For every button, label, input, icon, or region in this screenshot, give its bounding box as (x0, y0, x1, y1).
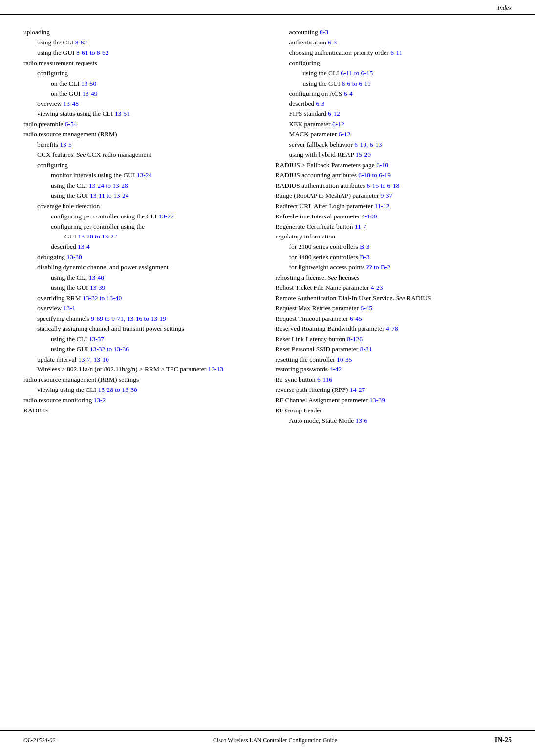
entry-link[interactable]: 13-39 (90, 284, 106, 291)
entry-link[interactable]: 6-45 (360, 304, 372, 312)
list-item: choosing authentication priority order 6… (289, 48, 512, 58)
entry-text: configuring (289, 59, 320, 66)
bottom-border (0, 730, 535, 731)
entry-link[interactable]: B-3 (360, 253, 369, 260)
entry-link[interactable]: 13-32 to 13-40 (83, 294, 122, 302)
entry-text: using the CLI (51, 335, 89, 343)
entry-link[interactable]: 4-42 (330, 366, 342, 373)
entry-link[interactable]: 13-5 (60, 141, 72, 148)
entry-link[interactable]: 6-3 (316, 100, 325, 107)
entry-link[interactable]: 13-37 (89, 335, 105, 343)
entry-link[interactable]: 10-35 (337, 356, 352, 363)
entry-link[interactable]: 13-27 (158, 213, 174, 220)
entry-link[interactable]: 6-4 (344, 90, 353, 97)
list-item: using the CLI 13-40 (51, 273, 260, 283)
entry-link[interactable]: 9-37 (381, 192, 393, 199)
list-item: using the GUI 6-6 to 6-11 (303, 79, 512, 89)
entry-link[interactable]: 13-39 (369, 396, 385, 404)
entry-link[interactable]: 6-15 to 6-18 (367, 182, 400, 189)
main-content: uploadingusing the CLI 8-62using the GUI… (0, 23, 535, 722)
entry-text: using the GUI (51, 346, 90, 353)
list-item: reverse path filtering (RPF) 14-27 (276, 385, 512, 395)
entry-link[interactable]: 13-40 (89, 274, 105, 281)
entry-link[interactable]: 11-7 (355, 223, 366, 230)
list-item: viewing using the CLI 13-28 to 13-30 (37, 385, 260, 395)
list-item: Request Timeout parameter 6-45 (276, 314, 512, 324)
entry-text: for 2100 series controllers (289, 243, 360, 250)
entry-link[interactable]: 6-11 (390, 49, 402, 56)
entry-link[interactable]: 13-32 to 13-36 (90, 346, 129, 353)
list-item: RF Channel Assignment parameter 13-39 (276, 395, 512, 406)
list-item: RADIUS (23, 406, 260, 416)
entry-link[interactable]: 4-78 (386, 325, 398, 332)
entry-text: on the GUI (51, 90, 82, 97)
entry-link[interactable]: 13-51 (115, 110, 130, 117)
entry-link[interactable]: 6-45 (350, 315, 362, 322)
entry-text: Wireless > 802.11a/n (or 802.11b/g/n) > … (37, 366, 208, 373)
entry-link[interactable]: 8-126 (347, 335, 363, 343)
entry-link[interactable]: 6-11 to 6-15 (341, 69, 373, 77)
entry-link[interactable]: 6-3 (320, 28, 328, 36)
entry-text: RF Group Leader (276, 407, 322, 414)
entry-link[interactable]: 8-62 (75, 39, 87, 46)
entry-link[interactable]: 13-30 (66, 253, 82, 260)
entry-link[interactable]: 6-116 (317, 376, 332, 383)
list-item: using the CLI 6-11 to 6-15 (303, 68, 512, 79)
list-item: viewing status using the CLI 13-51 (37, 109, 260, 119)
entry-link[interactable]: 6-12 (332, 120, 344, 128)
entry-text: Rehost Ticket File Name parameter (276, 284, 371, 291)
list-item: CCX features. See CCX radio management (37, 150, 260, 160)
entry-text: update interval (37, 356, 78, 363)
list-item: Remote Authentication Dial-In User Servi… (276, 293, 512, 303)
list-item: configuring (37, 160, 260, 171)
entry-text: CCX features. (37, 151, 77, 158)
entry-link[interactable]: 13-13 (208, 366, 224, 373)
list-item: Reset Personal SSID parameter 8-81 (276, 345, 512, 355)
entry-link[interactable]: 13-20 to 13-22 (78, 233, 117, 240)
entry-link[interactable]: 6-3 (328, 39, 337, 46)
entry-link[interactable]: 13-24 (137, 172, 152, 179)
entry-link[interactable]: 6-12 (328, 110, 340, 117)
entry-link[interactable]: 6-6 to 6-11 (342, 80, 371, 87)
entry-link[interactable]: 13-11 to 13-24 (90, 192, 129, 199)
entry-link[interactable]: 13-1 (64, 304, 76, 312)
entry-link[interactable]: 9-69 to 9-71, 13-16 to 13-19 (91, 315, 166, 322)
entry-text: using the CLI (303, 69, 341, 77)
entry-link[interactable]: 14-27 (350, 386, 365, 393)
list-item: radio preamble 6-54 (23, 119, 260, 130)
entry-link[interactable]: 13-28 to 13-30 (98, 386, 137, 393)
entry-text: debugging (37, 253, 66, 260)
entry-link[interactable]: 6-54 (65, 120, 77, 128)
entry-link[interactable]: 13-4 (78, 243, 90, 250)
entry-link[interactable]: 4-100 (362, 213, 377, 220)
entry-link[interactable]: 13-50 (81, 80, 97, 87)
entry-link[interactable]: 8-61 to 8-62 (76, 49, 109, 56)
entry-link[interactable]: 6-12 (339, 130, 351, 138)
entry-text: described (289, 100, 316, 107)
list-item: Refresh-time Interval parameter 4-100 (276, 212, 512, 222)
entry-link[interactable]: 6-10, 6-13 (354, 141, 382, 148)
list-item: Rehost Ticket File Name parameter 4-23 (276, 283, 512, 293)
entry-link[interactable]: 13-2 (94, 396, 106, 404)
entry-link[interactable]: B-3 (360, 243, 369, 250)
list-item: debugging 13-30 (37, 252, 260, 262)
list-item: radio measurement requests (23, 58, 260, 68)
footer-center: Cisco Wireless LAN Controller Configurat… (213, 737, 337, 744)
entry-link[interactable]: 13-24 to 13-28 (89, 182, 128, 189)
entry-link[interactable]: 4-23 (371, 284, 383, 291)
list-item: resetting the controller 10-35 (276, 355, 512, 365)
list-item: accounting 6-3 (289, 27, 512, 38)
entry-link[interactable]: 8-81 (360, 346, 372, 353)
entry-link[interactable]: 13-7, 13-10 (78, 356, 109, 363)
entry-text: overview (37, 100, 64, 107)
entry-link[interactable]: 13-48 (64, 100, 79, 107)
list-item: using the GUI 13-11 to 13-24 (51, 191, 260, 201)
entry-link[interactable]: 6-10 (376, 161, 388, 169)
list-item: rehosting a license. See licenses (276, 273, 512, 283)
entry-link[interactable]: 13-6 (356, 417, 368, 424)
entry-link[interactable]: 13-49 (82, 90, 98, 97)
entry-link[interactable]: ?? to B-2 (366, 263, 391, 271)
entry-link[interactable]: 6-18 to 6-19 (358, 172, 391, 179)
entry-link[interactable]: 11-12 (375, 202, 390, 210)
entry-link[interactable]: 15-20 (356, 151, 371, 158)
